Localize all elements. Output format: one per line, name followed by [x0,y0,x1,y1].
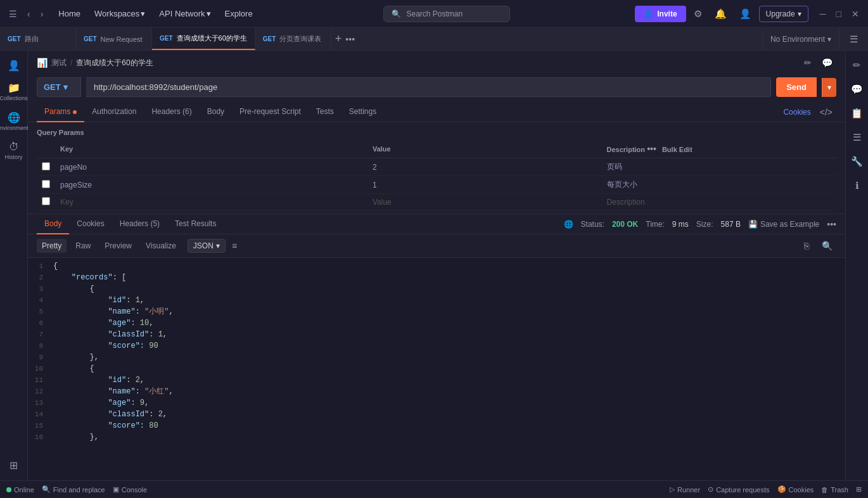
params-table: Key Value Description ••• Bulk Edit page… [37,140,836,211]
sidebar-toggle-icon[interactable]: ☰ [845,31,863,48]
sidebar-item-profile[interactable]: 👤 [1,56,27,75]
invite-button[interactable]: 👤 Invite [635,6,686,22]
right-panel-icon-4[interactable]: ☰ [849,128,865,147]
url-input[interactable] [86,77,771,97]
value-cell[interactable]: 1 [367,176,602,194]
edit-breadcrumb-button[interactable]: ✏ [800,56,815,70]
sidebar-item-collections[interactable]: 📁 Collections [1,78,27,105]
visualize-button[interactable]: Visualize [141,239,181,253]
tab-body[interactable]: Body [200,102,232,122]
tab-label: 路由 [25,34,39,44]
code-line-11: 11 "id": 2, [28,374,845,386]
main-layout: 👤 📁 Collections 🌐 Environments ⏱ History… [0,51,868,480]
key-column-header: Key [55,140,367,158]
tab-method-get: GET [160,35,173,42]
row-checkbox[interactable] [42,180,50,188]
tab-lu-you[interactable]: GET 路由 [0,28,76,50]
copy-response-button[interactable]: ⎘ [800,238,813,253]
code-view-button[interactable]: </> [816,105,836,119]
online-status[interactable]: Online [6,486,34,494]
topnav: ☰ ‹ › Home Workspaces ▾ API Network ▾ Ex… [0,0,868,28]
pretty-button[interactable]: Pretty [37,239,67,253]
bulk-edit-button[interactable]: Bulk Edit [662,146,692,153]
tab-pre-request-script[interactable]: Pre-request Script [232,102,309,122]
api-network-dropdown[interactable]: API Network ▾ [153,5,217,22]
send-dropdown-button[interactable]: ▾ [822,78,836,97]
maximize-button[interactable]: □ [833,8,845,20]
right-panel-icon-6[interactable]: ℹ [852,176,863,195]
key-cell[interactable]: pageNo [55,158,367,176]
row-checkbox[interactable] [42,162,50,170]
cookies-status-button[interactable]: 🍪 Cookies [777,485,814,494]
upgrade-button[interactable]: Upgrade ▾ [759,6,808,22]
code-line-14: 14 "classId": 2, [28,409,845,420]
add-tab-button[interactable]: + [331,28,346,50]
workspaces-dropdown[interactable]: Workspaces ▾ [88,5,151,22]
hamburger-menu-button[interactable]: ☰ [5,6,21,22]
column-more-button[interactable]: ••• [647,144,656,154]
tab-label: 查询成绩大于60的学生 [177,34,247,43]
sidebar-item-grid[interactable]: ⊞ [1,456,27,475]
value-cell-placeholder[interactable]: Value [367,194,602,211]
comment-breadcrumb-button[interactable]: 💬 [818,56,836,70]
capture-requests-button[interactable]: ⊙ Capture requests [708,485,769,494]
response-more-button[interactable]: ••• [827,219,836,229]
search-bar[interactable]: 🔍 Search Postman [383,6,510,22]
tab-query-students[interactable]: GET 查询成绩大于60的学生 [152,28,255,50]
raw-button[interactable]: Raw [70,239,96,253]
code-area[interactable]: 1 { 2 "records": [ 3 { 4 "id": 1, [28,258,845,480]
runner-button[interactable]: ▷ Runner [670,485,700,494]
tab-extra-icons: ☰ [839,28,868,50]
tab-page-query[interactable]: GET 分页查询课表 [255,28,331,50]
find-replace-button[interactable]: 🔍 Find and replace [42,485,105,494]
resp-tab-headers[interactable]: Headers (5) [112,214,167,234]
tab-new-request[interactable]: GET New Request [76,28,152,50]
cookies-link[interactable]: Cookies [783,108,810,117]
layout-toggle-button[interactable]: ⊞ [856,485,862,494]
close-button[interactable]: ✕ [848,8,863,20]
wrap-lines-button[interactable]: ≡ [229,238,239,253]
key-cell-placeholder[interactable]: Key [55,194,367,211]
back-button[interactable]: ‹ [23,6,34,22]
description-cell[interactable]: 每页大小 [602,176,836,194]
resp-tab-cookies[interactable]: Cookies [69,214,112,234]
value-cell[interactable]: 2 [367,158,602,176]
tab-settings[interactable]: Settings [341,102,384,122]
sidebar-item-history[interactable]: ⏱ History [1,137,27,164]
code-line-1: 1 { [28,260,845,272]
minimize-button[interactable]: ─ [816,8,830,20]
right-panel-icon-1[interactable]: ✏ [849,56,865,75]
resp-tab-test-results[interactable]: Test Results [167,214,224,234]
description-cell[interactable]: 页码 [602,158,836,176]
tab-authorization[interactable]: Authorization [84,102,144,122]
forward-button[interactable]: › [37,6,48,22]
tab-tests[interactable]: Tests [309,102,341,122]
right-panel-icon-5[interactable]: 🔧 [847,152,867,171]
home-link[interactable]: Home [52,5,87,22]
avatar-icon[interactable]: 👤 [734,6,756,22]
environment-selector[interactable]: No Environment ▾ [762,28,839,50]
code-line-2: 2 "records": [ [28,272,845,283]
send-button[interactable]: Send [776,77,817,97]
tab-more-button[interactable]: ••• [345,28,355,50]
sidebar-item-environments[interactable]: 🌐 Environments [1,108,27,135]
explore-link[interactable]: Explore [219,5,259,22]
method-selector[interactable]: GET ▾ [37,77,81,97]
key-cell[interactable]: pageSize [55,176,367,194]
trash-button[interactable]: 🗑 Trash [821,486,848,494]
preview-button[interactable]: Preview [99,239,137,253]
description-cell-placeholder[interactable]: Description [602,194,836,211]
right-panel-icon-3[interactable]: 📋 [847,104,867,123]
json-format-selector[interactable]: JSON ▾ [188,239,226,253]
settings-icon[interactable]: ⚙ [689,6,707,22]
code-line-4: 4 "id": 1, [28,295,845,306]
search-response-button[interactable]: 🔍 [818,238,836,253]
tab-params[interactable]: Params [37,102,84,122]
save-as-example-button[interactable]: 💾 Save as Example [748,220,819,229]
right-panel-icon-2[interactable]: 💬 [847,80,867,99]
row-checkbox[interactable] [42,197,50,205]
console-button[interactable]: ▣ Console [113,485,147,494]
tab-headers[interactable]: Headers (6) [144,102,199,122]
resp-tab-body[interactable]: Body [37,214,69,234]
notifications-icon[interactable]: 🔔 [710,6,732,22]
